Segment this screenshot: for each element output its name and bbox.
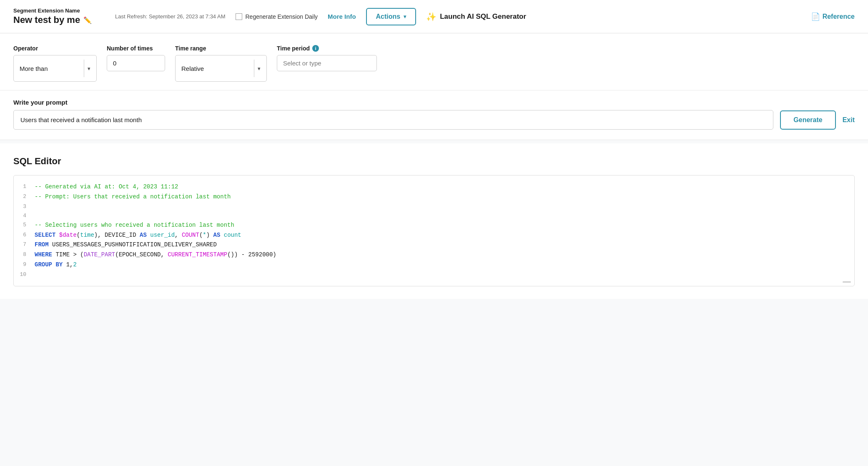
line-content: -- Prompt: Users that received a notific… bbox=[35, 192, 854, 202]
line-number: 6 bbox=[14, 230, 35, 240]
sql-token: count bbox=[224, 232, 241, 238]
time-range-chevron-icon: ▾ bbox=[258, 65, 261, 72]
magic-wand-icon: ✨ bbox=[426, 12, 437, 22]
time-range-select[interactable]: Relative ▾ bbox=[175, 55, 267, 82]
generate-button[interactable]: Generate bbox=[780, 110, 835, 130]
sql-token: , bbox=[175, 232, 182, 238]
document-icon: 📄 bbox=[811, 12, 820, 21]
sql-editor-title: SQL Editor bbox=[13, 156, 855, 167]
time-period-label: Time period bbox=[277, 45, 310, 52]
regen-checkbox[interactable] bbox=[236, 13, 242, 20]
sql-token: $date bbox=[59, 232, 77, 238]
line-content: -- Selecting users who received a notifi… bbox=[35, 220, 854, 230]
sql-token: time bbox=[80, 232, 94, 238]
sql-token: FROM bbox=[35, 241, 52, 248]
sql-token: ( bbox=[77, 232, 80, 238]
exit-button[interactable]: Exit bbox=[843, 116, 855, 124]
time-range-group: Time range Relative ▾ bbox=[175, 45, 267, 82]
sql-token: CURRENT_TIMESTAMP bbox=[168, 251, 227, 258]
table-row: 2-- Prompt: Users that received a notifi… bbox=[14, 192, 854, 202]
number-times-input[interactable] bbox=[107, 55, 165, 71]
table-row: 10 bbox=[14, 270, 854, 279]
segment-extension-label: Segment Extension Name bbox=[13, 8, 105, 14]
prompt-section: Write your prompt Generate Exit bbox=[0, 90, 868, 140]
line-number: 3 bbox=[14, 202, 35, 211]
operator-value: More than bbox=[20, 65, 80, 72]
table-row: 7FROM USERS_MESSAGES_PUSHNOTIFICATION_DE… bbox=[14, 240, 854, 250]
segment-name: New test by me bbox=[13, 15, 80, 25]
time-range-label: Time range bbox=[175, 45, 267, 52]
table-row: 5-- Selecting users who received a notif… bbox=[14, 220, 854, 230]
table-row: 1-- Generated via AI at: Oct 4, 2023 11:… bbox=[14, 182, 854, 192]
table-row: 6SELECT $date(time), DEVICE_ID AS user_i… bbox=[14, 230, 854, 241]
sql-token: SELECT bbox=[35, 232, 59, 238]
more-info-link[interactable]: More Info bbox=[328, 13, 356, 20]
prompt-row: Generate Exit bbox=[13, 110, 855, 130]
regen-label: Regenerate Extension Daily bbox=[246, 13, 318, 20]
ai-generator-label: Launch AI SQL Generator bbox=[440, 13, 526, 21]
table-row: 3 bbox=[14, 202, 854, 211]
operator-chevron-icon: ▾ bbox=[88, 65, 90, 72]
sql-token: 2 bbox=[73, 261, 76, 268]
sql-editor-body[interactable]: 1-- Generated via AI at: Oct 4, 2023 11:… bbox=[13, 175, 855, 286]
line-number: 8 bbox=[14, 250, 35, 259]
sql-token: ()) - 2592000) bbox=[227, 251, 276, 258]
operator-select[interactable]: More than ▾ bbox=[13, 55, 97, 82]
reference-label: Reference bbox=[823, 13, 855, 20]
actions-button[interactable]: Actions ▾ bbox=[366, 8, 416, 25]
chevron-down-icon: ▾ bbox=[404, 14, 406, 20]
sql-token: -- Prompt: Users that received a notific… bbox=[35, 193, 231, 200]
filters-row: Operator More than ▾ Number of times Tim… bbox=[13, 45, 855, 82]
sql-token: user_id bbox=[150, 232, 175, 238]
line-number: 5 bbox=[14, 220, 35, 230]
sql-token: AS bbox=[213, 232, 224, 238]
line-content: FROM USERS_MESSAGES_PUSHNOTIFICATION_DEL… bbox=[35, 240, 854, 250]
regen-block: Regenerate Extension Daily bbox=[236, 13, 318, 20]
line-number: 4 bbox=[14, 211, 35, 220]
select-divider bbox=[84, 60, 84, 77]
reference-block[interactable]: 📄 Reference bbox=[811, 12, 855, 21]
prompt-input[interactable] bbox=[13, 110, 773, 130]
time-period-input[interactable] bbox=[277, 55, 377, 71]
top-header: Segment Extension Name New test by me ✏️… bbox=[0, 0, 868, 33]
last-refresh: Last Refresh: September 26, 2023 at 7:34… bbox=[115, 13, 226, 20]
segment-name-block: Segment Extension Name New test by me ✏️ bbox=[13, 8, 105, 25]
sql-token: (EPOCH_SECOND, bbox=[115, 251, 168, 258]
scrollbar-hint bbox=[843, 281, 851, 283]
sql-token: -- Generated via AI at: Oct 4, 2023 11:1… bbox=[35, 183, 178, 190]
number-times-label: Number of times bbox=[107, 45, 165, 52]
operator-label: Operator bbox=[13, 45, 97, 52]
sql-token: DATE_PART bbox=[84, 251, 115, 258]
sql-token: ), DEVICE_ID bbox=[94, 232, 140, 238]
line-number: 7 bbox=[14, 240, 35, 249]
line-number: 2 bbox=[14, 192, 35, 201]
time-range-divider bbox=[254, 60, 254, 77]
sql-token: TIME > ( bbox=[55, 251, 83, 258]
table-row: 8WHERE TIME > (DATE_PART(EPOCH_SECOND, C… bbox=[14, 250, 854, 260]
sql-lines: 1-- Generated via AI at: Oct 4, 2023 11:… bbox=[14, 175, 854, 286]
info-icon: i bbox=[312, 45, 319, 52]
edit-icon[interactable]: ✏️ bbox=[83, 16, 92, 24]
sql-editor-section: SQL Editor 1-- Generated via AI at: Oct … bbox=[0, 143, 868, 299]
sql-token: GROUP BY bbox=[35, 261, 66, 268]
time-period-group: Time period i bbox=[277, 45, 377, 71]
sql-token: * bbox=[203, 232, 206, 238]
line-content: GROUP BY 1,2 bbox=[35, 260, 854, 270]
sql-token: AS bbox=[140, 232, 150, 238]
number-times-group: Number of times bbox=[107, 45, 165, 71]
line-number: 10 bbox=[14, 270, 35, 279]
line-number: 9 bbox=[14, 260, 35, 269]
filters-section: Operator More than ▾ Number of times Tim… bbox=[0, 33, 868, 90]
time-range-value: Relative bbox=[181, 65, 251, 72]
table-row: 4 bbox=[14, 211, 854, 220]
ai-generator-block: ✨ Launch AI SQL Generator bbox=[426, 12, 526, 22]
line-content: SELECT $date(time), DEVICE_ID AS user_id… bbox=[35, 230, 854, 241]
line-content: WHERE TIME > (DATE_PART(EPOCH_SECOND, CU… bbox=[35, 250, 854, 260]
sql-token: 1, bbox=[66, 261, 73, 268]
sql-token: USERS_MESSAGES_PUSHNOTIFICATION_DELIVERY… bbox=[52, 241, 217, 248]
sql-token: WHERE bbox=[35, 251, 55, 258]
table-row: 9GROUP BY 1,2 bbox=[14, 260, 854, 270]
segment-name-row: New test by me ✏️ bbox=[13, 15, 105, 25]
actions-label: Actions bbox=[376, 13, 401, 20]
line-number: 1 bbox=[14, 182, 35, 191]
